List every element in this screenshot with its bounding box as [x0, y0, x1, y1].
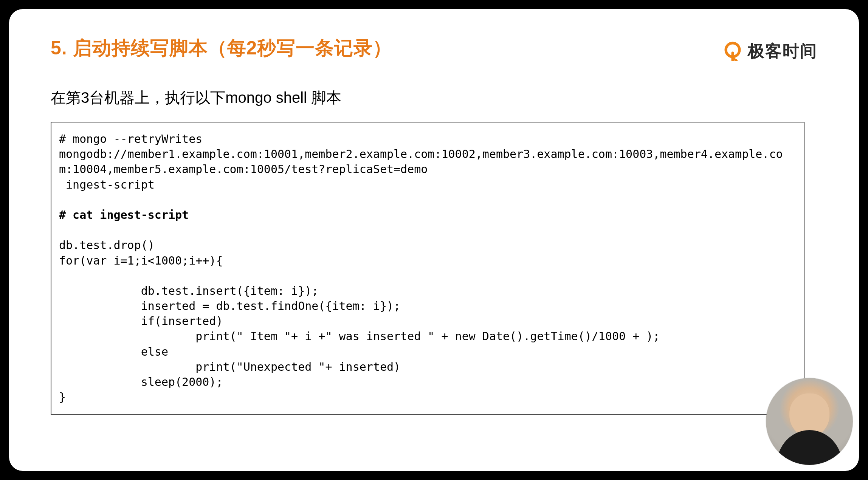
- code-line-bold: # cat ingest-script: [59, 208, 189, 221]
- code-line: # mongo --retryWrites: [59, 132, 202, 146]
- code-line: mongodb://member1.example.com:10001,memb…: [59, 147, 783, 176]
- code-line: inserted = db.test.findOne({item: i});: [59, 299, 400, 313]
- code-line: sleep(2000);: [59, 375, 223, 389]
- code-line: else: [59, 345, 168, 358]
- code-block: # mongo --retryWrites mongodb://member1.…: [51, 122, 804, 415]
- logo-text: 极客时间: [748, 40, 817, 62]
- code-line: }: [59, 390, 66, 404]
- logo-icon: [723, 42, 742, 61]
- code-line: db.test.drop(): [59, 238, 155, 252]
- code-line: if(inserted): [59, 314, 223, 328]
- code-line: for(var i=1;i<1000;i++){: [59, 254, 223, 267]
- slide: 极客时间 5. 启动持续写脚本（每2秒写一条记录） 在第3台机器上，执行以下mo…: [9, 9, 859, 471]
- slide-subtitle: 在第3台机器上，执行以下mongo shell 脚本: [51, 87, 817, 108]
- code-line: db.test.insert({item: i});: [59, 284, 318, 297]
- slide-title: 5. 启动持续写脚本（每2秒写一条记录）: [51, 36, 817, 61]
- code-line: print(" Item "+ i +" was inserted " + ne…: [59, 330, 660, 343]
- code-line: print("Unexpected "+ inserted): [59, 360, 400, 373]
- code-line: ingest-script: [59, 178, 155, 191]
- presenter-avatar: [766, 378, 853, 465]
- brand-logo: 极客时间: [723, 40, 817, 62]
